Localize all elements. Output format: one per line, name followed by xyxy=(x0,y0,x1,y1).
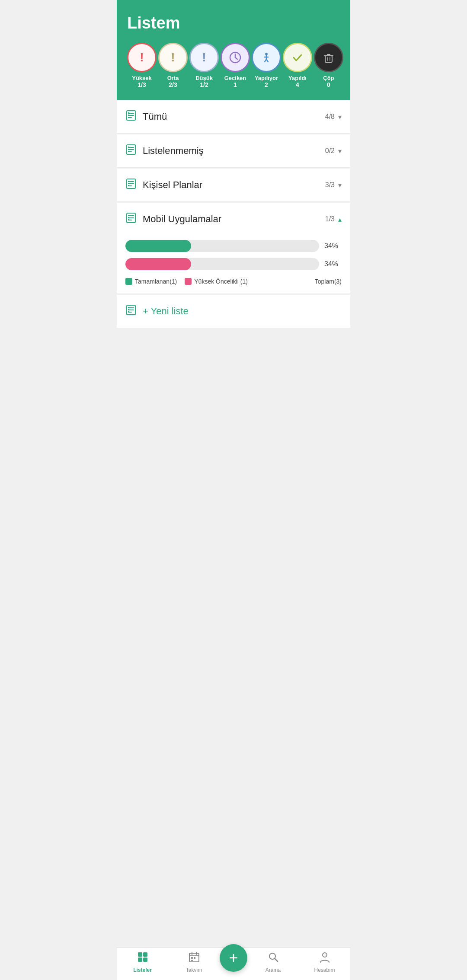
filter-overdue-circle xyxy=(221,43,250,72)
list-icon-all xyxy=(125,110,137,124)
filter-done[interactable]: Yapıldı 4 xyxy=(283,43,312,88)
svg-rect-19 xyxy=(128,117,129,118)
chevron-all: ▾ xyxy=(338,113,342,121)
list-name-personal: Kişisel Planlar xyxy=(143,179,325,191)
bottom-nav: Listeler Takvim + Arama xyxy=(117,947,350,980)
svg-rect-51 xyxy=(143,958,147,962)
svg-rect-58 xyxy=(191,960,193,961)
svg-rect-48 xyxy=(138,952,142,957)
nav-hesabim[interactable]: Hesabım xyxy=(299,951,350,973)
bar-fill-pink xyxy=(125,258,191,270)
list-count-personal: 3/3 xyxy=(325,181,335,189)
filter-low-count: 1/2 xyxy=(200,81,208,88)
new-list-icon xyxy=(125,304,137,318)
svg-line-6 xyxy=(266,59,268,62)
filter-trash-circle xyxy=(314,43,343,72)
nav-takvim-label: Takvim xyxy=(186,967,202,973)
nav-arama[interactable]: Arama xyxy=(247,951,299,973)
bar-pct-green: 34% xyxy=(324,242,342,250)
nav-listeler[interactable]: Listeler xyxy=(117,951,168,973)
header: Listem ! Yüksek 1/3 ! Orta 2/3 ! Düşük 1… xyxy=(117,0,350,100)
nav-hesabim-label: Hesabım xyxy=(314,967,335,973)
list-item-mobile: Mobil Uygulamalar 1/3 ▴ 34% 34% T xyxy=(117,203,350,294)
filter-low[interactable]: ! Düşük 1/2 xyxy=(189,43,219,88)
filter-overdue-count: 1 xyxy=(234,81,237,88)
svg-rect-17 xyxy=(128,112,129,114)
list-name-all: Tümü xyxy=(143,111,325,122)
filter-medium-label: Orta xyxy=(167,75,179,81)
filter-done-label: Yapıldı xyxy=(288,75,307,81)
list-count-all: 4/8 xyxy=(325,113,335,121)
filter-low-label: Düşük xyxy=(195,75,213,81)
list-item-all[interactable]: Tümü 4/8 ▾ xyxy=(117,100,350,134)
svg-rect-38 xyxy=(128,215,129,216)
svg-rect-25 xyxy=(128,149,129,150)
bar-track-green xyxy=(125,240,319,252)
bar-row-pink: 34% xyxy=(125,258,342,270)
svg-rect-46 xyxy=(128,309,129,310)
nav-arama-label: Arama xyxy=(265,967,281,973)
filter-overdue[interactable]: Geciken 1 xyxy=(221,43,250,88)
nav-takvim[interactable]: Takvim xyxy=(168,951,220,973)
list-mobile-header[interactable]: Mobil Uygulamalar 1/3 ▴ xyxy=(117,203,350,236)
takvim-icon xyxy=(188,951,200,966)
chevron-mobile: ▴ xyxy=(338,215,342,223)
list-item-unlisted[interactable]: Listelenmemiş 0/2 ▾ xyxy=(117,134,350,168)
filter-medium-count: 2/3 xyxy=(169,81,177,88)
svg-line-60 xyxy=(275,959,278,962)
filter-trash[interactable]: Çöp 0 xyxy=(314,43,343,88)
legend-dot-green xyxy=(125,278,132,285)
filter-trash-label: Çöp xyxy=(323,75,334,81)
svg-rect-45 xyxy=(128,307,129,308)
legend-row: Tamamlanan(1) Yüksek Öncelikli (1) Topla… xyxy=(125,276,342,285)
filter-overdue-label: Geciken xyxy=(224,75,246,81)
list-icon-unlisted xyxy=(125,144,137,158)
nav-fab-button[interactable]: + xyxy=(220,944,247,972)
filter-inprogress-count: 2 xyxy=(265,81,268,88)
filter-inprogress[interactable]: Yapılıyor 2 xyxy=(252,43,281,88)
new-list-button[interactable]: + Yeni liste xyxy=(117,295,350,328)
listeler-icon xyxy=(137,951,149,966)
filter-row: ! Yüksek 1/3 ! Orta 2/3 ! Düşük 1/2 xyxy=(127,43,340,88)
list-name-unlisted: Listelenmemiş xyxy=(143,145,325,156)
filter-done-count: 4 xyxy=(296,81,299,88)
svg-rect-47 xyxy=(128,311,129,313)
svg-rect-26 xyxy=(128,151,129,152)
legend-label-pink: Yüksek Öncelikli (1) xyxy=(194,278,248,285)
filter-medium-circle: ! xyxy=(158,43,188,72)
filter-medium[interactable]: ! Orta 2/3 xyxy=(158,43,188,88)
svg-rect-32 xyxy=(128,183,129,184)
nav-listeler-label: Listeler xyxy=(133,967,152,973)
svg-rect-31 xyxy=(128,181,129,182)
filter-trash-count: 0 xyxy=(327,81,330,88)
svg-point-61 xyxy=(323,953,327,957)
bar-pct-pink: 34% xyxy=(324,260,342,268)
filter-inprogress-label: Yapılıyor xyxy=(255,75,278,81)
filter-done-circle xyxy=(283,43,312,72)
hesabim-icon xyxy=(319,951,331,966)
list-icon-mobile xyxy=(125,212,137,226)
svg-rect-8 xyxy=(325,56,332,62)
list-count-unlisted: 0/2 xyxy=(325,147,335,155)
list-name-mobile: Mobil Uygulamalar xyxy=(143,214,325,225)
new-list-label: + Yeni liste xyxy=(143,306,189,317)
filter-low-circle: ! xyxy=(189,43,219,72)
svg-rect-49 xyxy=(143,952,147,957)
svg-rect-24 xyxy=(128,147,129,148)
svg-rect-56 xyxy=(191,957,193,959)
filter-high-circle: ! xyxy=(127,43,157,72)
app-title: Listem xyxy=(127,14,340,32)
list-item-personal[interactable]: Kişisel Planlar 3/3 ▾ xyxy=(117,169,350,202)
filter-high-label: Yüksek xyxy=(132,75,152,81)
filter-high[interactable]: ! Yüksek 1/3 xyxy=(127,43,157,88)
svg-rect-18 xyxy=(128,115,129,116)
legend-dot-pink xyxy=(185,278,192,285)
list-icon-personal xyxy=(125,178,137,192)
svg-rect-39 xyxy=(128,217,129,218)
bar-fill-green xyxy=(125,240,191,252)
fab-plus-icon: + xyxy=(229,950,238,966)
chevron-personal: ▾ xyxy=(338,181,342,189)
legend-total: Toplam(3) xyxy=(315,278,342,285)
content-area: Tümü 4/8 ▾ Listelenmemiş 0/2 ▾ xyxy=(117,100,350,371)
bar-row-green: 34% xyxy=(125,240,342,252)
